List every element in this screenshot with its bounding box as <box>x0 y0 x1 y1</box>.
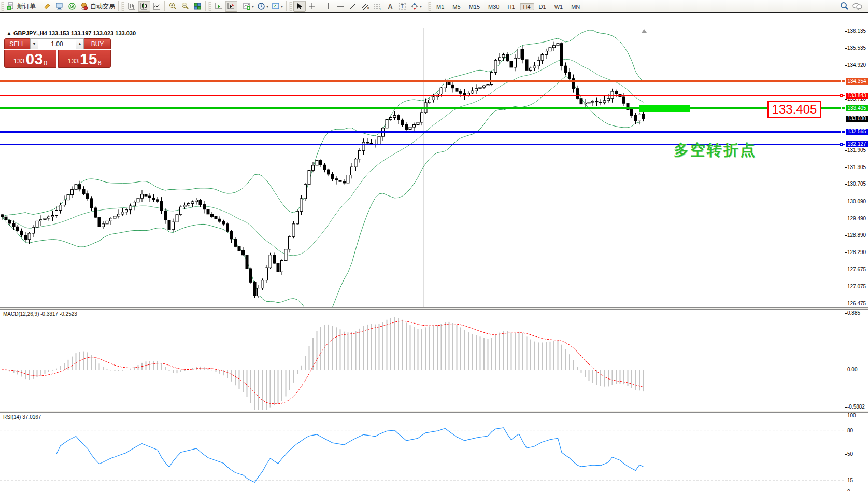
candlestick-chart-button[interactable] <box>138 1 150 12</box>
macd-histogram-bar <box>173 370 174 373</box>
green-zone-annotation[interactable] <box>639 105 690 112</box>
price-tick-label: 127.675 <box>847 266 866 272</box>
macd-histogram-bar <box>592 370 593 383</box>
chart-area[interactable]: 133.405 多空转折点 ▲ GBPJPY-,H4 133.153 133.1… <box>0 14 868 491</box>
macd-histogram-bar <box>278 370 279 404</box>
timeframe-button-h1[interactable]: H1 <box>504 3 518 10</box>
buy-price-box[interactable]: 133 15 6 <box>58 50 111 68</box>
trend-marker-icon: ▲ <box>6 30 12 36</box>
label-tool-button[interactable]: T <box>396 1 409 12</box>
macd-histogram-bar <box>488 339 489 370</box>
cursor-tool-button[interactable] <box>293 1 306 12</box>
line-anchor[interactable] <box>840 107 843 109</box>
signals-button[interactable] <box>66 1 78 12</box>
line-anchor[interactable] <box>840 80 843 82</box>
timeframe-button-h4[interactable]: H4 <box>520 3 534 10</box>
macd-histogram-bar <box>115 370 116 371</box>
timeframe-button-m5[interactable]: M5 <box>449 3 464 10</box>
line-anchor[interactable] <box>840 94 843 97</box>
macd-header: MACD(12,26,9) -0.3317 -0.2523 <box>3 311 77 317</box>
macd-histogram-bar <box>639 370 640 390</box>
line-anchor[interactable] <box>840 131 843 133</box>
line-chart-button[interactable] <box>150 1 163 12</box>
price-tick-label: 129.490 <box>847 216 866 221</box>
price-chart[interactable] <box>0 28 845 308</box>
macd-histogram-bar <box>414 327 415 370</box>
macd-histogram-bar <box>507 331 508 370</box>
axis-tick <box>845 252 847 253</box>
macd-signal-value: -0.2523 <box>60 311 77 317</box>
new-order-button[interactable]: 新订单 <box>5 1 37 12</box>
sell-button[interactable]: SELL <box>4 38 30 49</box>
horizontal-level-line-133.843[interactable] <box>0 95 845 96</box>
chart-shift-marker[interactable] <box>642 29 647 33</box>
buy-button[interactable]: BUY <box>84 38 111 49</box>
styler-button[interactable] <box>41 1 53 12</box>
macd-histogram-bar <box>519 332 520 370</box>
macd-histogram-bar <box>476 335 477 370</box>
volume-decrease-button[interactable]: ▼ <box>30 38 38 49</box>
macd-histogram-bar <box>631 370 632 388</box>
tile-windows-button[interactable] <box>191 1 204 12</box>
axis-tick <box>845 407 847 408</box>
price-callout-label[interactable]: 133.405 <box>767 101 821 118</box>
trendline-tool-button[interactable] <box>347 1 359 12</box>
periods-button[interactable]: ▾ <box>255 1 270 12</box>
macd-histogram-bar <box>344 332 345 370</box>
horizontal-level-line-134.354[interactable] <box>0 80 845 82</box>
add-indicator-icon <box>243 2 251 10</box>
arrows-tool-button[interactable]: ▾ <box>409 1 423 12</box>
timeframe-button-m30[interactable]: M30 <box>485 3 503 10</box>
axis-tick <box>845 313 847 314</box>
horizontal-line-tool-button[interactable] <box>334 1 347 12</box>
price-level-badge: 132.565 <box>846 129 868 135</box>
timeframe-button-w1[interactable]: W1 <box>551 3 567 10</box>
timeframe-button-m15[interactable]: M15 <box>465 3 483 10</box>
timeframe-button-d1[interactable]: D1 <box>535 3 550 10</box>
text-tool-button[interactable]: A <box>384 1 396 12</box>
volume-input[interactable]: 1.00 <box>38 38 76 49</box>
search-button[interactable] <box>838 1 850 12</box>
macd-histogram-bar <box>301 366 302 370</box>
macd-histogram-bar <box>177 370 178 373</box>
macd-histogram-bar <box>223 370 224 375</box>
macd-histogram-bar <box>359 329 360 370</box>
rsi-tick-label: 0 <box>847 489 850 491</box>
chat-icon <box>852 2 862 11</box>
timeframe-button-mn[interactable]: MN <box>567 3 584 10</box>
turning-point-annotation[interactable]: 多空转折点 <box>674 140 757 161</box>
macd-histogram-bar <box>394 317 395 370</box>
zoom-in-button[interactable] <box>166 1 179 12</box>
horizontal-level-line-132.565[interactable] <box>0 131 845 133</box>
crosshair-tool-button[interactable] <box>306 1 318 12</box>
toolbar-grip[interactable] <box>1 2 4 11</box>
terminal-button[interactable] <box>53 1 66 12</box>
macd-histogram-bar <box>118 370 119 371</box>
macd-histogram-bar <box>227 370 228 378</box>
macd-histogram-bar <box>542 343 543 370</box>
templates-button[interactable]: ▾ <box>270 1 284 12</box>
sell-price-box[interactable]: 133 03 0 <box>4 50 56 68</box>
fibonacci-tool-button[interactable]: F <box>372 1 384 12</box>
rsi-panel[interactable] <box>0 413 845 491</box>
auto-scroll-button[interactable] <box>212 1 225 12</box>
macd-histogram-bar <box>573 360 574 370</box>
bar-chart-button[interactable] <box>125 1 138 12</box>
timeframe-button-m1[interactable]: M1 <box>433 3 448 10</box>
horizontal-level-line-133.405[interactable] <box>0 107 845 109</box>
auto-trading-button[interactable]: 自动交易 <box>78 1 117 12</box>
buy-price-big: 15 <box>80 52 97 66</box>
zoom-out-button[interactable] <box>179 1 191 12</box>
volume-increase-button[interactable]: ▲ <box>76 38 84 49</box>
macd-histogram-bar <box>122 370 123 371</box>
chat-button[interactable] <box>850 1 864 12</box>
axis-tick <box>845 370 847 370</box>
add-indicator-button[interactable]: ▾ <box>241 1 255 12</box>
chart-shift-button[interactable] <box>225 1 237 12</box>
macd-panel[interactable] <box>0 310 845 411</box>
candles <box>1 39 645 298</box>
clock-icon <box>257 2 265 10</box>
vertical-line-tool-button[interactable] <box>322 1 334 12</box>
channel-tool-button[interactable]: E <box>359 1 372 12</box>
line-anchor[interactable] <box>840 143 843 146</box>
